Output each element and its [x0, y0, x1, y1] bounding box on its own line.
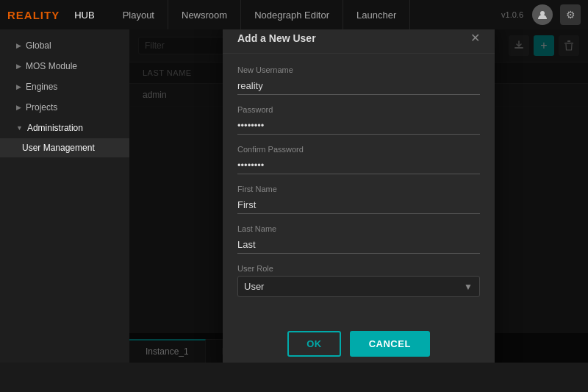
avatar[interactable]	[532, 4, 553, 25]
sidebar-item-global[interactable]: ▶ Global	[0, 35, 129, 56]
nav-playout[interactable]: Playout	[110, 0, 168, 29]
main-layout: ▶ Global ▶ MOS Module ▶ Engines ▶ Projec…	[0, 29, 588, 363]
app-hub-label: HUB	[74, 10, 94, 21]
confirm-password-input[interactable]	[237, 157, 480, 174]
username-input[interactable]	[237, 77, 480, 95]
sidebar-item-mos-module[interactable]: ▶ MOS Module	[0, 56, 129, 76]
password-input[interactable]	[237, 117, 480, 135]
arrow-icon: ▶	[16, 104, 21, 111]
confirm-password-field-group: Confirm Password	[237, 145, 480, 174]
sidebar-item-user-management[interactable]: User Management	[0, 138, 129, 157]
user-role-field-group: User Role User Admin Operator ▼	[237, 264, 480, 297]
sidebar: ▶ Global ▶ MOS Module ▶ Engines ▶ Projec…	[0, 29, 129, 363]
last-name-field-group: Last Name	[237, 224, 480, 254]
nav-nodegraph-editor[interactable]: Nodegraph Editor	[241, 0, 343, 29]
last-name-input[interactable]	[237, 236, 480, 254]
user-role-select-wrapper: User Admin Operator ▼	[237, 276, 480, 297]
add-user-dialog: Add a New User ✕ New Username Password C…	[223, 29, 495, 363]
arrow-icon: ▼	[16, 124, 23, 132]
arrow-icon: ▶	[16, 83, 21, 90]
user-role-label: User Role	[237, 264, 480, 273]
modal-overlay: Add a New User ✕ New Username Password C…	[129, 29, 588, 363]
topnav: REALITY HUB Playout Newsroom Nodegraph E…	[0, 0, 588, 29]
last-name-label: Last Name	[237, 224, 480, 233]
dialog-footer: OK CANCEL	[223, 319, 495, 363]
first-name-field-group: First Name	[237, 185, 480, 214]
arrow-icon: ▶	[16, 42, 21, 49]
ok-button[interactable]: OK	[287, 331, 341, 357]
main-content: + Last Name User Role admin Admin Add a …	[129, 29, 588, 363]
confirm-password-label: Confirm Password	[237, 145, 480, 154]
sidebar-item-projects[interactable]: ▶ Projects	[0, 97, 129, 118]
app-version: v1.0.6	[501, 10, 523, 19]
password-label: Password	[237, 105, 480, 114]
username-label: New Username	[237, 65, 480, 74]
nav-launcher[interactable]: Launcher	[343, 0, 410, 29]
username-field-group: New Username	[237, 65, 480, 95]
dialog-header: Add a New User ✕	[223, 29, 495, 54]
first-name-input[interactable]	[237, 196, 480, 214]
sidebar-item-engines[interactable]: ▶ Engines	[0, 76, 129, 97]
app-logo: REALITY	[7, 9, 60, 21]
password-field-group: Password	[237, 105, 480, 135]
first-name-label: First Name	[237, 185, 480, 193]
dialog-title: Add a New User	[237, 32, 316, 44]
dialog-close-button[interactable]: ✕	[470, 32, 480, 44]
cancel-button[interactable]: CANCEL	[350, 331, 430, 357]
settings-button[interactable]: ⚙	[560, 4, 581, 25]
arrow-icon: ▶	[16, 63, 21, 70]
user-role-select[interactable]: User Admin Operator	[237, 276, 480, 297]
nav-newsroom[interactable]: Newsroom	[168, 0, 241, 29]
sidebar-item-administration[interactable]: ▼ Administration	[0, 118, 129, 138]
dialog-body: New Username Password Confirm Password F…	[223, 54, 495, 319]
